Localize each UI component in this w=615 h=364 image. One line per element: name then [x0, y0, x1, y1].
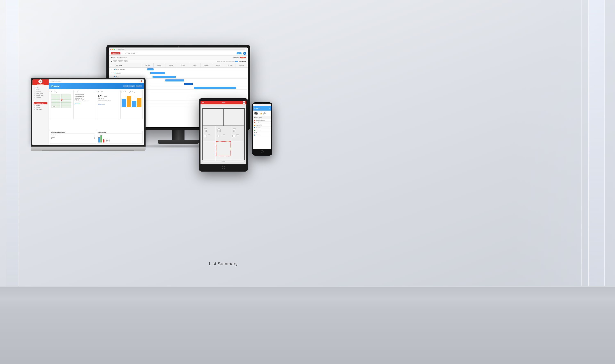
settings-btn[interactable]: Settings [136, 85, 142, 87]
save-btn[interactable]: Save [123, 85, 128, 87]
gantt-toolbar: Schedule: Project Milestones Adjust Rows… [109, 56, 248, 60]
submittal-chart: ● Pending ● Approved ● Outstanding [98, 134, 142, 143]
sidebar-dot-reports [34, 97, 35, 98]
phone-list-item-4[interactable]: Discussion › [253, 127, 271, 129]
window-left [6, 0, 18, 303]
remove-btn[interactable]: Remove [118, 60, 123, 62]
sidebar-dot-projectrequest [34, 93, 35, 93]
monitor-browser-bar: Buda TX, Buda TX [109, 48, 248, 51]
tablet-home-button[interactable] [222, 166, 225, 169]
sidebar-item-reports[interactable]: My Reports [34, 96, 47, 98]
dashboard-card-submittal: Submittal Status ● Pending ● Approved ● … [97, 131, 143, 144]
map-scale: 0.2 km [52, 106, 56, 107]
phone-list-item-2[interactable]: Action Log › [253, 122, 271, 124]
phone-search-icon[interactable]: 🔍 [269, 108, 270, 109]
phone-screen: 9:41 ●●● Houston, TX 🔍 95° [253, 104, 271, 149]
tablet-screen: Done 10:50 PDF [200, 101, 246, 164]
tablet-status-icons: 10:50 [222, 102, 225, 103]
gantt-task-header: # TASK NAME [109, 63, 142, 67]
phone-list-item-1[interactable]: Document Management › [253, 119, 271, 122]
gantt-share-btn2[interactable]: Share [124, 60, 127, 62]
tablet-pdf-icon[interactable]: PDF [243, 101, 245, 104]
laptop-screen-frame: PM Projectmates Projects [31, 78, 146, 146]
nav-menu-icon: ☰ [122, 53, 123, 54]
sidebar-item-summary[interactable]: Project Summary [34, 102, 47, 104]
sidebar-dot-summary [34, 103, 35, 104]
baseline-label: Baseline [217, 61, 220, 62]
laptop-top-bar: Corporate Hotel, Plano TX B [49, 79, 144, 83]
gantt-bar-row-4 [142, 79, 248, 82]
map-pin [61, 98, 63, 100]
welcome-text: Welcome! [51, 85, 59, 87]
list-item-content-7: Schedule [254, 134, 259, 136]
schedule-milestones-link[interactable]: All Schedules [75, 103, 95, 104]
submittal-legend: ● Pending ● Approved ● Outstanding [106, 139, 111, 143]
sidebar-item-projects[interactable]: Projects [34, 86, 47, 88]
svg-point-14 [218, 130, 220, 132]
list-item-content-2: Action Log [254, 122, 260, 123]
svg-text:Total Width: Total Width [222, 161, 225, 162]
widget-btn[interactable]: + Widget [128, 85, 135, 87]
adjust-rows-btn[interactable]: Adjust Rows [233, 57, 240, 58]
create-btn[interactable]: Create [113, 60, 117, 62]
tablet-action-icons: PDF [243, 101, 245, 104]
phone-home-button[interactable] [261, 150, 264, 153]
list-chevron-3: › [270, 125, 270, 126]
tablet-done-btn[interactable]: Done [202, 102, 204, 103]
pct-0[interactable]: 0% [235, 61, 238, 62]
laptop-sidebar-logo: PM Projectmates [32, 79, 49, 85]
gantt-bar-survey [150, 72, 165, 74]
running-forecast[interactable]: Running Forecast [98, 104, 105, 105]
gantt-bar-row-2 [142, 71, 248, 75]
add-row-btn[interactable] [111, 61, 112, 62]
tablet-device: Done 10:50 PDF [199, 98, 248, 171]
sidebar-item-myprojects[interactable]: My Projects [34, 90, 47, 92]
pm-logo: Projectmates [111, 52, 120, 54]
phone-list-item-3[interactable]: Daily Field Report › [253, 124, 271, 127]
user-avatar-laptop: B [141, 80, 142, 82]
phone-camera [262, 103, 263, 104]
home-icon: ⌂ [125, 53, 126, 54]
phone-list-header: Shortcuts Stadium [253, 117, 271, 119]
budget-group-3 [132, 101, 136, 107]
phone-list-item-7[interactable]: Schedule › [253, 134, 271, 136]
sidebar-item-schedule[interactable]: Schedule [34, 104, 47, 106]
phone-weather-condition: Sunny [264, 114, 266, 116]
phone-time: 9:41 [254, 105, 255, 105]
pct-50[interactable]: 50% [239, 61, 241, 62]
budget-chart [122, 94, 141, 107]
phone-list-item-6[interactable]: RFI › [253, 131, 271, 134]
sidebar-item-projectrequest[interactable]: Project Request [34, 92, 47, 94]
tracker-item-3: Total 4 [51, 138, 95, 139]
pct-100[interactable]: 100% [242, 61, 246, 62]
list-dot-1 [254, 120, 255, 121]
gantt-month-headers: Mar 2022 Apr 2022 May 2022 Jun 2022 Jul … [142, 63, 248, 67]
notes-text: Ok Alarms testing today [75, 94, 95, 95]
list-item-content-5: Field Report [254, 130, 260, 131]
phone-list-item-5[interactable]: Field Report › [253, 129, 271, 131]
gantt-bar-bidding [184, 83, 193, 85]
list-summary-label: List Summary [209, 261, 238, 267]
list-dot-4 [254, 127, 255, 128]
sidebar-dot-projects [34, 87, 35, 87]
map-road-v [60, 94, 61, 108]
sidebar-item-mywork[interactable]: My Work [34, 88, 47, 90]
filter-button[interactable]: Filter ▾ [237, 52, 241, 54]
sidebar-item-docs[interactable]: Docs/Plan Room [34, 94, 47, 96]
task-row-2: 2 Site Survey [109, 71, 142, 75]
month-apr: Apr 2022 [154, 63, 165, 67]
submittal-card-title: Submittal Status [98, 132, 142, 134]
forecast-link[interactable]: Running Forecast [98, 102, 118, 105]
svg-point-12 [205, 130, 207, 132]
list-item-content-6: RFI [254, 132, 257, 133]
all-schedules-link[interactable]: All Schedules [75, 103, 80, 104]
share-btn[interactable]: Share ▾ [240, 57, 246, 58]
budget-bar-1 [122, 99, 126, 107]
sidebar-item-team[interactable]: My Team [34, 106, 47, 108]
phone-sun-icon: ☀ [260, 112, 263, 115]
gantt-bar-row-6 [142, 86, 248, 90]
sidebar-item-photos[interactable]: Photo Albums [34, 108, 47, 110]
svg-rect-10 [231, 126, 244, 141]
dashboard-card-weather: Plano, TX 56° ☁ Feels Like 58° Sunrise 6… [97, 90, 119, 119]
gantt-bar-row-7 [142, 90, 248, 93]
